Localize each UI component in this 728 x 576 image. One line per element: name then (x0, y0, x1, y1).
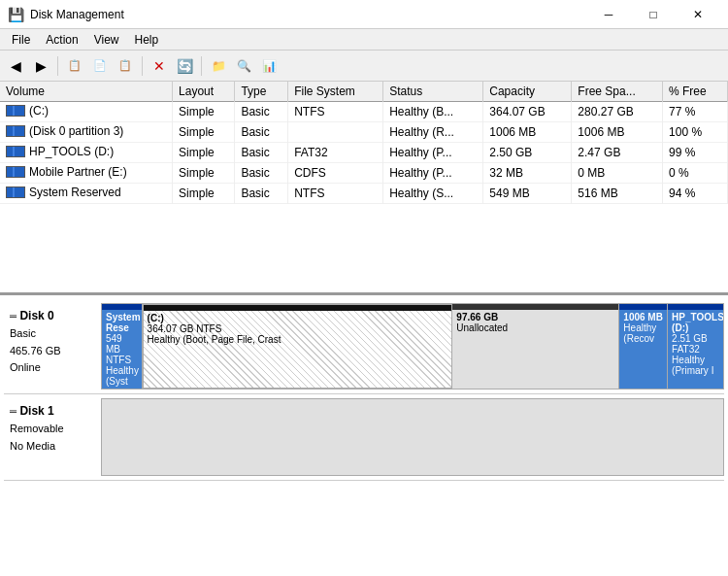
partition-header (452, 304, 618, 310)
cell-status: Healthy (S... (383, 184, 483, 204)
partition-recov[interactable]: 1006 MB Healthy (Recov (619, 304, 668, 389)
cell-pct: 99 % (663, 143, 728, 163)
cell-type: Basic (235, 122, 288, 143)
cell-layout: Simple (173, 184, 235, 204)
partition-size: 364.07 GB NTFS (148, 323, 448, 334)
window-controls: ─ □ ✕ (586, 0, 720, 29)
disk-label: ═ Disk 0 Basic 465.76 GB Online (4, 303, 101, 390)
empty-partition (102, 399, 723, 475)
menu-action[interactable]: Action (38, 31, 85, 49)
col-capacity[interactable]: Capacity (483, 82, 572, 102)
disk-type: Removable (10, 421, 95, 438)
forward-button[interactable]: ▶ (29, 54, 52, 78)
menu-file[interactable]: File (4, 31, 38, 49)
disk-row: ═ Disk 1 Removable No Media (4, 398, 724, 476)
menu-view[interactable]: View (86, 31, 127, 49)
app-icon: 💾 (8, 7, 24, 22)
cell-layout: Simple (173, 163, 235, 184)
partition-header (102, 304, 142, 310)
cell-pct: 0 % (663, 163, 728, 184)
col-status[interactable]: Status (383, 82, 483, 102)
cell-layout: Simple (173, 102, 235, 122)
col-pct[interactable]: % Free (663, 82, 728, 102)
disk-status: Online (10, 359, 95, 377)
cell-free: 0 MB (572, 163, 663, 184)
cell-volume: (C:) (0, 102, 173, 122)
cell-pct: 100 % (663, 122, 728, 143)
col-type[interactable]: Type (235, 82, 288, 102)
table-row[interactable]: (Disk 0 partition 3) Simple Basic Health… (0, 122, 728, 143)
menu-help[interactable]: Help (127, 31, 167, 49)
toolbar-separator-1 (57, 56, 58, 76)
refresh-button[interactable]: 🔄 (173, 54, 196, 78)
cell-fs: NTFS (288, 184, 383, 204)
disk-icon (6, 125, 25, 137)
partition-unalloc[interactable]: 97.66 GB Unallocated (452, 304, 619, 389)
disk-name: ═ Disk 0 (10, 307, 95, 325)
disk-status: No Media (10, 438, 95, 456)
disk-name: ═ Disk 1 (10, 402, 95, 421)
cell-fs: CDFS (288, 163, 383, 184)
maximize-button[interactable]: □ (631, 0, 676, 29)
cell-pct: 94 % (663, 184, 728, 204)
minimize-button[interactable]: ─ (586, 0, 631, 29)
cell-type: Basic (235, 102, 288, 122)
toolbar: ◀ ▶ 📋 📄 📋 ✕ 🔄 📁 🔍 📊 (0, 51, 728, 82)
partition-name: System Rese (106, 312, 138, 333)
cell-status: Healthy (P... (383, 163, 483, 184)
volume-table: Volume Layout Type File System Status Ca… (0, 82, 728, 204)
partition-name: 97.66 GB (456, 312, 614, 322)
partition-header (144, 305, 452, 311)
partition-hptools[interactable]: HP_TOOLS (D:) 2.51 GB FAT32 Healthy (Pri… (668, 304, 723, 389)
cell-type: Basic (235, 184, 288, 204)
cell-capacity: 549 MB (483, 184, 572, 204)
table-row[interactable]: HP_TOOLS (D:) Simple Basic FAT32 Healthy… (0, 143, 728, 163)
search-button[interactable]: 🔍 (232, 54, 255, 78)
disk-icon (6, 166, 25, 178)
partition-size: 549 MB NTFS (106, 333, 138, 365)
title-bar: 💾 Disk Management ─ □ ✕ (0, 0, 728, 29)
cell-capacity: 1006 MB (483, 122, 572, 143)
window-title: Disk Management (30, 8, 124, 21)
col-layout[interactable]: Layout (173, 82, 235, 102)
col-free[interactable]: Free Spa... (572, 82, 663, 102)
table-row[interactable]: Mobile Partner (E:) Simple Basic CDFS He… (0, 163, 728, 184)
disk-separator (4, 393, 724, 394)
cell-volume: System Reserved (0, 184, 173, 204)
partition-status: Unallocated (456, 322, 614, 333)
col-volume[interactable]: Volume (0, 82, 173, 102)
cell-volume: Mobile Partner (E:) (0, 163, 173, 184)
close-button[interactable]: ✕ (676, 0, 720, 29)
cell-fs (288, 122, 383, 143)
toolbar-btn-3[interactable]: 📋 (114, 54, 137, 78)
cell-type: Basic (235, 163, 288, 184)
main-content: Volume Layout Type File System Status Ca… (0, 82, 728, 576)
disk-icon (6, 146, 25, 157)
table-row[interactable]: System Reserved Simple Basic NTFS Health… (0, 184, 728, 204)
disk-type: Basic (10, 325, 95, 343)
menu-bar: File Action View Help (0, 29, 728, 51)
partition-name: 1006 MB (623, 312, 663, 322)
cell-volume: HP_TOOLS (D:) (0, 143, 173, 163)
partition-header (668, 304, 723, 310)
cell-capacity: 2.50 GB (483, 143, 572, 163)
partition-c[interactable]: (C:) 364.07 GB NTFS Healthy (Boot, Page … (143, 304, 453, 389)
delete-button[interactable]: ✕ (148, 54, 171, 78)
toolbar-btn-1[interactable]: 📋 (63, 54, 86, 78)
partition-status: Healthy (Boot, Page File, Crast (148, 334, 448, 345)
folder-button[interactable]: 📁 (207, 54, 230, 78)
chart-button[interactable]: 📊 (257, 54, 281, 78)
cell-capacity: 364.07 GB (483, 102, 572, 122)
disk-area: ═ Disk 0 Basic 465.76 GB Online System R… (0, 295, 728, 576)
partition-sysres[interactable]: System Rese 549 MB NTFS Healthy (Syst (102, 304, 143, 389)
col-fs[interactable]: File System (288, 82, 383, 102)
cell-layout: Simple (173, 122, 235, 143)
cell-type: Basic (235, 143, 288, 163)
disk-separator (4, 480, 724, 481)
toolbar-btn-2[interactable]: 📄 (88, 54, 112, 78)
back-button[interactable]: ◀ (4, 54, 27, 78)
cell-status: Healthy (R... (383, 122, 483, 143)
partition-container (101, 398, 724, 476)
table-row[interactable]: (C:) Simple Basic NTFS Healthy (B... 364… (0, 102, 728, 122)
partition-size: 2.51 GB FAT32 (672, 333, 719, 355)
